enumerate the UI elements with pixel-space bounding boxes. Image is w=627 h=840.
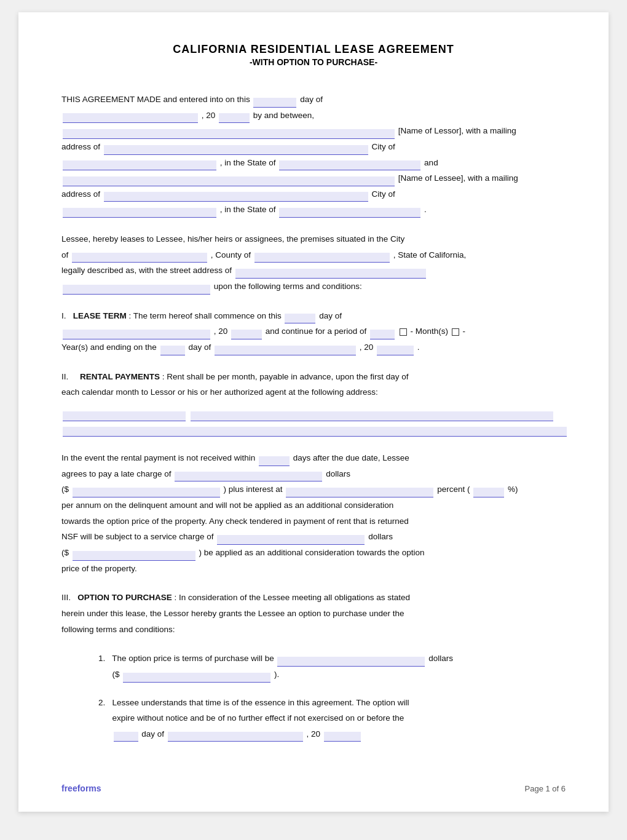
document-title-sub: -WITH OPTION TO PURCHASE-	[61, 57, 566, 67]
field-commence-year[interactable]	[231, 330, 262, 339]
field-payment-address3[interactable]	[63, 427, 567, 437]
field-lessee-name[interactable]	[63, 176, 395, 186]
field-expire-month[interactable]	[168, 732, 303, 742]
field-street-address[interactable]	[235, 269, 426, 279]
list2-text4: , 20	[307, 729, 321, 739]
field-end-year[interactable]	[377, 346, 414, 355]
late-text2: days after the due date, Lessee	[293, 453, 409, 462]
list2-text2: expire without notice and be of no furth…	[112, 713, 404, 723]
option-bold: OPTION TO PURCHASE	[77, 593, 172, 602]
late-text1: In the event the rental payment is not r…	[61, 453, 255, 462]
list1-text4: ).	[274, 670, 279, 679]
list2-num: 2.	[98, 698, 110, 707]
field-month-entry[interactable]	[63, 113, 198, 123]
rental-late-section: In the event the rental payment is not r…	[61, 450, 566, 576]
rental-payments-section: II. RENTAL PAYMENTS : Rent shall be per …	[61, 369, 566, 437]
lease-text8: day of	[188, 343, 211, 352]
field-nsf-charge[interactable]	[217, 535, 365, 545]
field-payment-address1[interactable]	[63, 411, 186, 421]
field-commence-month[interactable]	[63, 330, 210, 339]
intro-section: THIS AGREEMENT MADE and entered into on …	[61, 92, 566, 218]
list-item-1: 1. The option price is terms of purchase…	[98, 651, 566, 682]
lease-text10: .	[417, 343, 420, 352]
late-text3: agrees to pay a late charge of	[61, 469, 172, 478]
lease-text1: : The term hereof shall commence on this	[129, 311, 282, 320]
late-text15: price of the property.	[61, 564, 137, 573]
field-commence-day[interactable]	[285, 314, 315, 323]
field-lessee-address[interactable]	[104, 192, 368, 202]
option-text1: : In consideration of the Lessee meeting…	[175, 593, 411, 602]
document-page: CALIFORNIA RESIDENTIAL LEASE AGREEMENT -…	[18, 12, 609, 812]
field-end-month[interactable]	[215, 346, 356, 355]
field-lessor-city[interactable]	[63, 160, 216, 170]
field-late-charge[interactable]	[175, 472, 322, 481]
lessee-text6: upon the following terms and conditions:	[214, 282, 362, 291]
field-address-cont[interactable]	[63, 285, 210, 295]
field-interest-rate[interactable]	[286, 488, 433, 497]
late-text7: percent (	[437, 485, 470, 494]
field-city-premises[interactable]	[72, 253, 207, 263]
lessee-text4: , State of California,	[393, 250, 467, 260]
field-expire-year[interactable]	[324, 732, 361, 742]
rental-label: II.	[61, 372, 68, 381]
list1-text1: The option price is terms of purchase wi…	[112, 654, 274, 663]
late-text13: ($	[61, 548, 69, 557]
list2-text1: Lessee understands that time is of the e…	[112, 698, 409, 707]
lease-bold: LEASE TERM	[73, 311, 127, 320]
rental-text1: : Rent shall be per month, payable in ad…	[162, 372, 409, 381]
field-late-days[interactable]	[259, 456, 290, 466]
lease-term-section: I. LEASE TERM : The term hereof shall co…	[61, 308, 566, 355]
field-nsf-dollar[interactable]	[73, 551, 195, 561]
option-label: III.	[61, 593, 71, 602]
field-expire-day[interactable]	[114, 732, 138, 742]
lease-text5: - Month(s)	[411, 327, 449, 336]
intro-text7: City of	[372, 142, 395, 151]
field-option-price[interactable]	[277, 657, 425, 667]
field-late-dollar[interactable]	[73, 488, 220, 497]
lessee-text3: , County of	[211, 250, 251, 260]
field-lessee-city[interactable]	[63, 208, 216, 218]
late-text10: towards the option price of the property…	[61, 517, 409, 526]
field-county[interactable]	[254, 253, 390, 263]
intro-text12: City of	[372, 189, 395, 199]
lessee-text5: legally described as, with the street ad…	[61, 266, 232, 275]
field-end-day[interactable]	[160, 346, 185, 355]
field-lessor-address[interactable]	[104, 145, 368, 155]
field-lessor-name[interactable]	[63, 129, 395, 139]
list-item-2: 2. Lessee understands that time is of th…	[98, 695, 566, 742]
list1-num: 1.	[98, 654, 110, 663]
page-number: Page 1 of 6	[525, 784, 566, 793]
field-percent-val[interactable]	[473, 488, 504, 497]
document-title-main: CALIFORNIA RESIDENTIAL LEASE AGREEMENT	[61, 43, 566, 56]
checkbox-months[interactable]	[400, 328, 407, 336]
lessee-text2: of	[61, 250, 68, 260]
late-text9: per annum on the delinquent amount and w…	[61, 501, 393, 510]
brand-label: freeforms	[61, 783, 101, 793]
intro-text6: address of	[61, 142, 100, 151]
field-lessor-state[interactable]	[279, 160, 420, 170]
late-text12: dollars	[368, 532, 393, 541]
lessee-text1: Lessee, hereby leases to Lessee, his/her…	[61, 234, 404, 244]
lease-text4: and continue for a period of	[266, 327, 366, 336]
lease-text2: day of	[319, 311, 342, 320]
page-footer: freeforms Page 1 of 6	[61, 783, 566, 793]
field-payment-address2[interactable]	[191, 411, 553, 421]
option-text2: herein under this lease, the Lessor here…	[61, 609, 404, 618]
field-lessee-state[interactable]	[279, 208, 420, 218]
lease-text3: , 20	[214, 327, 228, 336]
lease-label: I.	[61, 311, 66, 320]
lease-text9: , 20	[360, 343, 374, 352]
intro-text11: address of	[61, 189, 100, 199]
intro-text9: and	[424, 158, 438, 167]
intro-text1: THIS AGREEMENT MADE and entered into on …	[61, 95, 250, 104]
option-section: III. OPTION TO PURCHASE : In considerati…	[61, 590, 566, 637]
intro-text3: , 20	[202, 111, 216, 120]
checkbox-years[interactable]	[452, 328, 459, 336]
field-day-entry[interactable]	[253, 98, 296, 108]
intro-text5: [Name of Lessor], with a mailing	[398, 126, 516, 135]
field-period-num[interactable]	[370, 330, 395, 339]
rental-address-fields	[61, 405, 566, 437]
lease-text6: -	[463, 327, 466, 336]
field-year-entry[interactable]	[219, 113, 250, 123]
field-option-dollar[interactable]	[123, 673, 270, 683]
